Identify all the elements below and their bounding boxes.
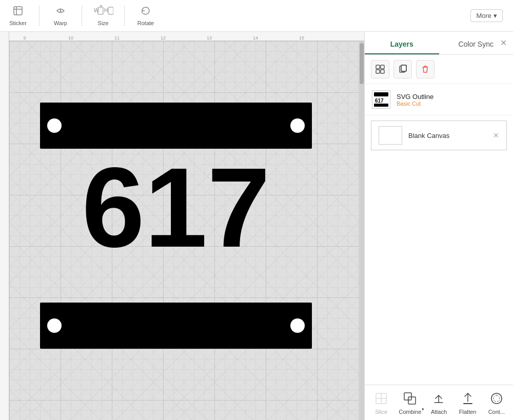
design-content[interactable]: 617	[40, 103, 327, 349]
flatten-icon	[460, 390, 476, 407]
right-panel: Layers Color Sync ✕	[364, 32, 513, 420]
svg-rect-6	[108, 7, 113, 14]
svg-rect-0	[14, 7, 22, 15]
svg-rect-23	[404, 393, 411, 400]
svg-text:H: H	[104, 8, 108, 13]
ruler-tick: 12	[161, 35, 166, 41]
duplicate-icon	[398, 64, 408, 74]
panel-toolbar	[365, 55, 513, 84]
ruler-tick: 11	[114, 35, 120, 41]
main-area: 9 10 11 12 13 14 15 617	[0, 32, 513, 420]
svg-rect-24	[408, 397, 416, 404]
slice-action[interactable]: Slice	[368, 390, 394, 415]
delete-icon	[420, 64, 430, 74]
svg-rect-10	[376, 65, 380, 69]
size-tool[interactable]: W H Size	[90, 5, 116, 26]
layer-info: SVG Outline Basic Cut	[397, 93, 506, 107]
panel-tabs: Layers Color Sync ✕	[365, 32, 513, 55]
hole-bottom-right	[290, 318, 305, 333]
svg-rect-12	[376, 70, 380, 73]
sticker-icon	[12, 5, 24, 19]
group-button[interactable]	[371, 60, 389, 78]
delete-button[interactable]	[416, 60, 435, 78]
warp-icon	[55, 5, 66, 19]
rotate-icon	[140, 5, 151, 19]
warp-tool[interactable]: Warp	[48, 5, 73, 26]
svg-rect-11	[381, 65, 384, 69]
contour-action[interactable]: Cont...	[483, 390, 510, 415]
divider-3	[124, 6, 125, 26]
attach-action[interactable]: Attach	[425, 390, 452, 415]
ruler-tick: 10	[68, 35, 73, 41]
svg-rect-13	[381, 70, 384, 73]
slice-label: Slice	[375, 409, 387, 415]
tab-layers[interactable]: Layers	[365, 32, 439, 54]
svg-marker-2	[60, 11, 62, 12]
hole-top-right	[290, 118, 305, 133]
design-canvas[interactable]: 617	[9, 41, 359, 420]
blank-canvas-item[interactable]: Blank Canvas ✕	[371, 121, 507, 150]
layer-thumbnail: 617	[372, 90, 390, 109]
divider-2	[82, 6, 82, 26]
ruler-tick: 15	[299, 35, 304, 41]
ruler-tick: 14	[253, 35, 258, 41]
bib-number: 617	[40, 151, 312, 264]
ruler-tick: 13	[207, 35, 212, 41]
ruler-tick: 9	[23, 35, 26, 41]
blank-canvas-close[interactable]: ✕	[493, 131, 499, 139]
combine-action[interactable]: Combine ▾	[397, 390, 423, 415]
size-icon: W H	[93, 5, 113, 19]
layer-item[interactable]: 617 SVG Outline Basic Cut	[365, 84, 513, 115]
duplicate-button[interactable]	[393, 60, 412, 78]
bottom-action-bar: Slice Combine ▾	[365, 385, 513, 420]
bib-top-bar	[40, 103, 312, 149]
layer-sub: Basic Cut	[397, 101, 506, 107]
combine-label: Combine	[399, 409, 421, 415]
contour-label: Cont...	[488, 409, 505, 415]
group-icon	[375, 64, 385, 74]
svg-rect-15	[401, 65, 406, 71]
combine-arrow: ▾	[422, 407, 424, 412]
panel-close-button[interactable]: ✕	[498, 36, 509, 50]
contour-icon	[488, 390, 505, 407]
blank-canvas-label: Blank Canvas	[408, 132, 449, 139]
sticker-tool[interactable]: Sticker	[5, 5, 31, 26]
canvas-area[interactable]: 9 10 11 12 13 14 15 617	[0, 32, 364, 420]
attach-icon	[430, 390, 447, 407]
warp-label: Warp	[54, 20, 67, 26]
rotate-tool[interactable]: Rotate	[133, 5, 159, 26]
divider-1	[39, 6, 40, 26]
svg-text:617: 617	[375, 98, 384, 104]
horizontal-ruler: 9 10 11 12 13 14 15	[9, 32, 364, 41]
hole-bottom-left	[47, 318, 62, 333]
combine-icon	[402, 390, 418, 407]
hole-top-left	[47, 118, 62, 133]
svg-rect-4	[98, 7, 103, 14]
layer-name: SVG Outline	[397, 93, 506, 101]
bib-bottom-bar	[40, 303, 312, 349]
toolbar: Sticker Warp W H Size	[0, 0, 513, 32]
flatten-label: Flatten	[459, 409, 477, 415]
scrollbar-thumb[interactable]	[360, 43, 364, 84]
blank-canvas-thumbnail	[379, 126, 402, 145]
vertical-ruler	[0, 32, 9, 420]
flatten-action[interactable]: Flatten	[455, 390, 481, 415]
slice-icon	[373, 390, 389, 407]
size-label: Size	[97, 20, 108, 26]
svg-rect-19	[374, 104, 388, 107]
attach-label: Attach	[431, 409, 447, 415]
sticker-label: Sticker	[9, 20, 27, 26]
more-arrow: ▾	[494, 12, 497, 19]
more-label: More	[476, 12, 491, 19]
more-button[interactable]: More ▾	[470, 9, 503, 22]
svg-rect-17	[374, 92, 388, 96]
rotate-label: Rotate	[137, 20, 154, 26]
vertical-scrollbar[interactable]	[359, 41, 364, 420]
